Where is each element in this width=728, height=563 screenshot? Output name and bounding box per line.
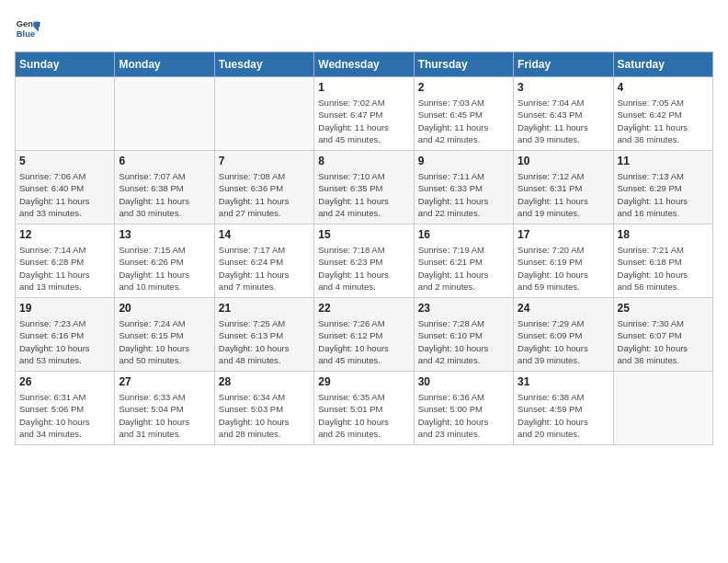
day-number: 12: [19, 228, 110, 241]
calendar-header-row: SundayMondayTuesdayWednesdayThursdayFrid…: [16, 52, 713, 77]
day-number: 6: [119, 155, 210, 167]
day-detail: Sunrise: 7:21 AM Sunset: 6:18 PM Dayligh…: [618, 244, 709, 293]
day-detail: Sunrise: 7:25 AM Sunset: 6:13 PM Dayligh…: [219, 317, 310, 366]
day-number: 20: [119, 302, 210, 315]
day-detail: Sunrise: 6:33 AM Sunset: 5:04 PM Dayligh…: [119, 391, 210, 440]
calendar-cell: 31Sunrise: 6:38 AM Sunset: 4:59 PM Dayli…: [514, 372, 613, 445]
calendar-week-4: 19Sunrise: 7:23 AM Sunset: 6:16 PM Dayli…: [16, 298, 713, 372]
day-number: 31: [518, 375, 609, 388]
calendar-cell: 4Sunrise: 7:05 AM Sunset: 6:42 PM Daylig…: [613, 77, 712, 151]
col-header-sunday: Sunday: [16, 52, 115, 77]
calendar-cell: 22Sunrise: 7:26 AM Sunset: 6:12 PM Dayli…: [314, 298, 414, 372]
day-number: 18: [618, 228, 709, 241]
calendar-cell: 2Sunrise: 7:03 AM Sunset: 6:45 PM Daylig…: [414, 77, 513, 151]
calendar-cell: 28Sunrise: 6:34 AM Sunset: 5:03 PM Dayli…: [214, 372, 313, 445]
calendar-cell: 11Sunrise: 7:13 AM Sunset: 6:29 PM Dayli…: [613, 151, 712, 224]
day-detail: Sunrise: 7:28 AM Sunset: 6:10 PM Dayligh…: [418, 317, 509, 366]
day-detail: Sunrise: 7:30 AM Sunset: 6:07 PM Dayligh…: [618, 317, 709, 366]
day-detail: Sunrise: 6:31 AM Sunset: 5:06 PM Dayligh…: [19, 391, 110, 440]
calendar-cell: 18Sunrise: 7:21 AM Sunset: 6:18 PM Dayli…: [613, 224, 712, 298]
calendar-week-2: 5Sunrise: 7:06 AM Sunset: 6:40 PM Daylig…: [16, 151, 713, 224]
calendar-cell: 21Sunrise: 7:25 AM Sunset: 6:13 PM Dayli…: [214, 298, 313, 372]
calendar-cell: 8Sunrise: 7:10 AM Sunset: 6:35 PM Daylig…: [314, 151, 414, 224]
day-number: 8: [318, 155, 409, 167]
calendar-cell: 9Sunrise: 7:11 AM Sunset: 6:33 PM Daylig…: [414, 151, 513, 224]
calendar-cell: 10Sunrise: 7:12 AM Sunset: 6:31 PM Dayli…: [514, 151, 613, 224]
calendar-week-3: 12Sunrise: 7:14 AM Sunset: 6:28 PM Dayli…: [16, 224, 713, 298]
day-number: 26: [19, 375, 110, 388]
day-number: 13: [119, 228, 210, 241]
calendar-cell: [613, 372, 712, 445]
day-number: 17: [518, 228, 609, 241]
calendar-cell: 26Sunrise: 6:31 AM Sunset: 5:06 PM Dayli…: [16, 372, 115, 445]
day-number: 7: [219, 155, 310, 167]
day-detail: Sunrise: 7:11 AM Sunset: 6:33 PM Dayligh…: [418, 170, 509, 219]
day-number: 19: [19, 302, 110, 315]
day-detail: Sunrise: 7:24 AM Sunset: 6:15 PM Dayligh…: [119, 317, 210, 366]
day-number: 5: [19, 155, 110, 167]
logo: General Blue: [15, 15, 44, 40]
calendar-cell: 23Sunrise: 7:28 AM Sunset: 6:10 PM Dayli…: [414, 298, 513, 372]
day-number: 23: [418, 302, 509, 315]
calendar-cell: 1Sunrise: 7:02 AM Sunset: 6:47 PM Daylig…: [314, 77, 414, 151]
calendar-cell: 24Sunrise: 7:29 AM Sunset: 6:09 PM Dayli…: [514, 298, 613, 372]
day-detail: Sunrise: 7:04 AM Sunset: 6:43 PM Dayligh…: [518, 97, 609, 145]
day-number: 27: [119, 375, 210, 388]
day-number: 14: [219, 228, 310, 241]
day-number: 1: [318, 81, 409, 94]
day-number: 11: [618, 155, 709, 167]
day-detail: Sunrise: 6:35 AM Sunset: 5:01 PM Dayligh…: [318, 391, 409, 440]
calendar-cell: 7Sunrise: 7:08 AM Sunset: 6:36 PM Daylig…: [214, 151, 313, 224]
day-number: 25: [618, 302, 709, 315]
header: General Blue: [15, 15, 713, 40]
day-detail: Sunrise: 7:02 AM Sunset: 6:47 PM Dayligh…: [318, 97, 409, 145]
calendar-cell: 27Sunrise: 6:33 AM Sunset: 5:04 PM Dayli…: [115, 372, 214, 445]
day-detail: Sunrise: 6:36 AM Sunset: 5:00 PM Dayligh…: [418, 391, 509, 440]
day-detail: Sunrise: 7:13 AM Sunset: 6:29 PM Dayligh…: [618, 170, 709, 219]
calendar-week-5: 26Sunrise: 6:31 AM Sunset: 5:06 PM Dayli…: [16, 372, 713, 445]
calendar-cell: 29Sunrise: 6:35 AM Sunset: 5:01 PM Dayli…: [314, 372, 414, 445]
calendar-week-1: 1Sunrise: 7:02 AM Sunset: 6:47 PM Daylig…: [16, 77, 713, 151]
day-detail: Sunrise: 6:38 AM Sunset: 4:59 PM Dayligh…: [518, 391, 609, 440]
calendar-cell: 30Sunrise: 6:36 AM Sunset: 5:00 PM Dayli…: [414, 372, 513, 445]
day-detail: Sunrise: 7:10 AM Sunset: 6:35 PM Dayligh…: [318, 170, 409, 219]
calendar-cell: 13Sunrise: 7:15 AM Sunset: 6:26 PM Dayli…: [115, 224, 214, 298]
day-detail: Sunrise: 7:08 AM Sunset: 6:36 PM Dayligh…: [219, 170, 310, 219]
col-header-monday: Monday: [115, 52, 214, 77]
col-header-thursday: Thursday: [414, 52, 513, 77]
col-header-saturday: Saturday: [613, 52, 712, 77]
calendar-cell: 12Sunrise: 7:14 AM Sunset: 6:28 PM Dayli…: [16, 224, 115, 298]
calendar-cell: 6Sunrise: 7:07 AM Sunset: 6:38 PM Daylig…: [115, 151, 214, 224]
day-number: 30: [418, 375, 509, 388]
day-detail: Sunrise: 7:20 AM Sunset: 6:19 PM Dayligh…: [518, 244, 609, 293]
calendar-cell: [16, 77, 115, 151]
day-detail: Sunrise: 7:12 AM Sunset: 6:31 PM Dayligh…: [518, 170, 609, 219]
day-detail: Sunrise: 7:29 AM Sunset: 6:09 PM Dayligh…: [518, 317, 609, 366]
day-number: 9: [418, 155, 509, 167]
day-number: 16: [418, 228, 509, 241]
calendar-table: SundayMondayTuesdayWednesdayThursdayFrid…: [15, 52, 713, 445]
day-number: 15: [318, 228, 409, 241]
day-detail: Sunrise: 7:23 AM Sunset: 6:16 PM Dayligh…: [19, 317, 110, 366]
day-number: 29: [318, 375, 409, 388]
day-detail: Sunrise: 7:15 AM Sunset: 6:26 PM Dayligh…: [119, 244, 210, 293]
day-detail: Sunrise: 7:05 AM Sunset: 6:42 PM Dayligh…: [618, 97, 709, 145]
day-detail: Sunrise: 7:14 AM Sunset: 6:28 PM Dayligh…: [19, 244, 110, 293]
day-detail: Sunrise: 6:34 AM Sunset: 5:03 PM Dayligh…: [219, 391, 310, 440]
day-number: 10: [518, 155, 609, 167]
day-number: 22: [318, 302, 409, 315]
col-header-friday: Friday: [514, 52, 613, 77]
col-header-wednesday: Wednesday: [314, 52, 414, 77]
day-detail: Sunrise: 7:07 AM Sunset: 6:38 PM Dayligh…: [119, 170, 210, 219]
day-detail: Sunrise: 7:26 AM Sunset: 6:12 PM Dayligh…: [318, 317, 409, 366]
calendar-cell: 20Sunrise: 7:24 AM Sunset: 6:15 PM Dayli…: [115, 298, 214, 372]
calendar-cell: 3Sunrise: 7:04 AM Sunset: 6:43 PM Daylig…: [514, 77, 613, 151]
calendar-cell: 19Sunrise: 7:23 AM Sunset: 6:16 PM Dayli…: [16, 298, 115, 372]
day-number: 28: [219, 375, 310, 388]
day-detail: Sunrise: 7:17 AM Sunset: 6:24 PM Dayligh…: [219, 244, 310, 293]
col-header-tuesday: Tuesday: [214, 52, 313, 77]
day-number: 4: [618, 81, 709, 94]
day-detail: Sunrise: 7:19 AM Sunset: 6:21 PM Dayligh…: [418, 244, 509, 293]
day-number: 21: [219, 302, 310, 315]
day-detail: Sunrise: 7:18 AM Sunset: 6:23 PM Dayligh…: [318, 244, 409, 293]
